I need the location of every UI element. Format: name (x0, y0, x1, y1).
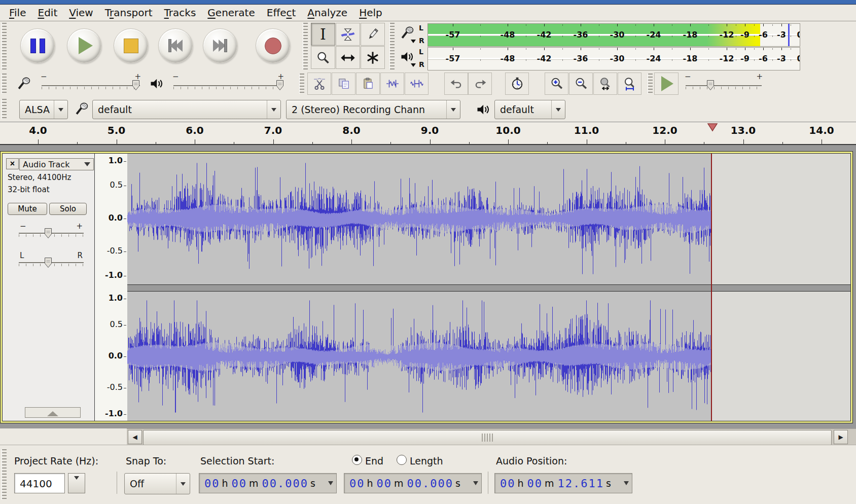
transcription-toolbar-grip[interactable] (648, 74, 653, 94)
skip-to-end-button[interactable] (203, 28, 237, 63)
draw-tool-icon (366, 27, 380, 42)
stop-button[interactable] (114, 28, 148, 63)
timeline-ruler[interactable]: 4.05.06.07.08.09.010.011.012.013.014.0 (0, 122, 856, 145)
playback-device-combo[interactable]: default (494, 100, 565, 119)
minus-label: − (685, 72, 691, 81)
envelope-tool-button[interactable] (336, 23, 360, 46)
vertical-scale-ruler[interactable]: 1.00.50.0-0.5-1.01.00.50.0-0.5-1.0 (95, 154, 127, 421)
waveform-canvas[interactable] (127, 154, 850, 421)
playback-speed-thumb[interactable] (706, 80, 715, 91)
scroll-left-button[interactable]: ◀ (128, 430, 142, 444)
project-rate-dropdown[interactable] (68, 473, 85, 493)
menu-item-analyze[interactable]: Analyze (307, 7, 347, 19)
meter-scale-label: -57 (443, 24, 463, 46)
menu-item-edit[interactable]: Edit (38, 7, 57, 19)
transport-toolbar-grip[interactable] (2, 23, 7, 69)
scroll-right-button[interactable]: ▶ (834, 430, 848, 444)
zoom-tool-button[interactable] (311, 46, 335, 69)
selection-toolbar: Project Rate (Hz): 44100 Snap To: Off Se… (0, 445, 856, 504)
meter-minor-tick (480, 24, 481, 26)
output-volume-thumb[interactable] (276, 80, 284, 91)
draw-tool-button[interactable] (361, 23, 385, 46)
menu-item-view[interactable]: View (69, 7, 93, 19)
meter-scale-label: -6 (753, 24, 773, 46)
play-button[interactable] (67, 28, 101, 63)
fit-project-button[interactable] (618, 73, 641, 95)
meter-left-label: L (419, 47, 424, 57)
timeline-label: 7.0 (259, 124, 288, 136)
selection-tool-button[interactable]: I (311, 23, 335, 46)
menu-item-file[interactable]: File (9, 7, 26, 19)
menu-item-generate[interactable]: Generate (207, 7, 255, 19)
time-shift-tool-button[interactable] (336, 46, 360, 69)
menu-item-tracks[interactable]: Tracks (164, 7, 196, 19)
zoom-out-button[interactable] (569, 73, 593, 95)
device-toolbar-grip[interactable] (2, 99, 7, 119)
record-button[interactable] (256, 28, 290, 63)
skip-to-start-button[interactable] (158, 28, 193, 63)
recording-device-combo[interactable]: default (92, 100, 281, 119)
input-volume-slider[interactable]: − + (39, 72, 143, 95)
cut-button[interactable] (307, 73, 331, 95)
fit-selection-button[interactable] (593, 73, 617, 95)
timer-record-button[interactable] (505, 73, 529, 95)
undo-button[interactable] (444, 73, 468, 95)
track-title-dropdown[interactable]: Audio Track (19, 158, 94, 170)
horizontal-scrollbar[interactable]: ◀ ▶ (127, 428, 856, 445)
zoom-tool-icon (316, 51, 330, 65)
selection-toolbar-grip[interactable] (2, 449, 7, 500)
playback-speed-slider[interactable]: − + (683, 72, 765, 95)
scroll-row: ◀ ▶ (0, 428, 856, 445)
recording-channels-combo[interactable]: 2 (Stereo) Recording Chann (286, 100, 460, 119)
paste-button[interactable] (356, 73, 380, 95)
edit-toolbar-grip[interactable] (299, 74, 304, 94)
track-collapse-button[interactable] (25, 407, 81, 418)
silence-selection-button[interactable] (405, 73, 429, 95)
solo-button[interactable]: Solo (49, 203, 87, 215)
amplitude-scale-label: 0.5 (110, 180, 123, 190)
gain-thumb[interactable] (44, 228, 52, 239)
output-volume-slider[interactable]: − + (170, 72, 286, 95)
pause-button[interactable] (20, 28, 55, 63)
selection-start-field[interactable]: 00h 00m 00.000s (199, 473, 337, 493)
project-rate-value[interactable]: 44100 (14, 473, 65, 493)
selection-end-field[interactable]: 00h 00m 00.000s (344, 473, 482, 493)
mute-button[interactable]: Mute (8, 203, 47, 215)
audio-host-combo[interactable]: ALSA (19, 100, 68, 119)
trim-outside-selection-button[interactable] (380, 73, 404, 95)
pan-slider[interactable]: L R (16, 251, 87, 273)
timeline-major-tick (822, 139, 822, 144)
menu-item-transport[interactable]: Transport (105, 7, 153, 19)
track-close-button[interactable]: × (6, 158, 19, 169)
menu-item-help[interactable]: Help (359, 7, 382, 19)
play-at-speed-button[interactable] (654, 73, 679, 95)
copy-button[interactable] (332, 73, 355, 95)
slider-track (42, 85, 140, 86)
collapse-up-icon (47, 411, 58, 416)
menu-item-effect[interactable]: Effect (267, 7, 296, 19)
pan-thumb[interactable] (44, 257, 52, 268)
recording-position-pointer[interactable] (707, 123, 718, 132)
audacity-window: FileEditViewTransportTracksGenerateEffec… (0, 0, 856, 504)
input-volume-thumb[interactable] (132, 80, 140, 91)
audio-position-field[interactable]: 00h 00m 12.611s (494, 473, 632, 493)
recording-meter-bar[interactable]: -57-48-42-36-30-24-18-12-9-6-30 (427, 23, 800, 47)
meter-minor-tick (480, 59, 481, 61)
recording-meter[interactable]: LR -57-48-42-36-30-24-18-12-9-6-30 (400, 23, 804, 46)
redo-button[interactable] (468, 73, 492, 95)
playback-meter[interactable]: LR -57-48-42-36-30-24-18-12-9-6-30 (400, 47, 804, 70)
meter-toolbar-grip[interactable] (389, 23, 395, 69)
silence-icon (410, 77, 424, 90)
tools-toolbar-grip[interactable] (303, 23, 308, 69)
scrollbar-thumb[interactable] (143, 430, 832, 445)
snap-to-combo[interactable]: Off (124, 473, 190, 494)
end-radio[interactable] (352, 455, 362, 465)
playback-meter-bar[interactable]: -57-48-42-36-30-24-18-12-9-6-30 (427, 47, 800, 70)
timeline-label: 11.0 (573, 124, 601, 136)
zoom-in-button[interactable] (545, 73, 568, 95)
mixer-toolbar-grip[interactable] (2, 74, 7, 94)
gain-slider[interactable]: − + (16, 222, 87, 244)
chevron-down-icon (74, 476, 79, 487)
multi-tool-button[interactable] (361, 46, 385, 69)
length-radio[interactable] (397, 455, 407, 465)
